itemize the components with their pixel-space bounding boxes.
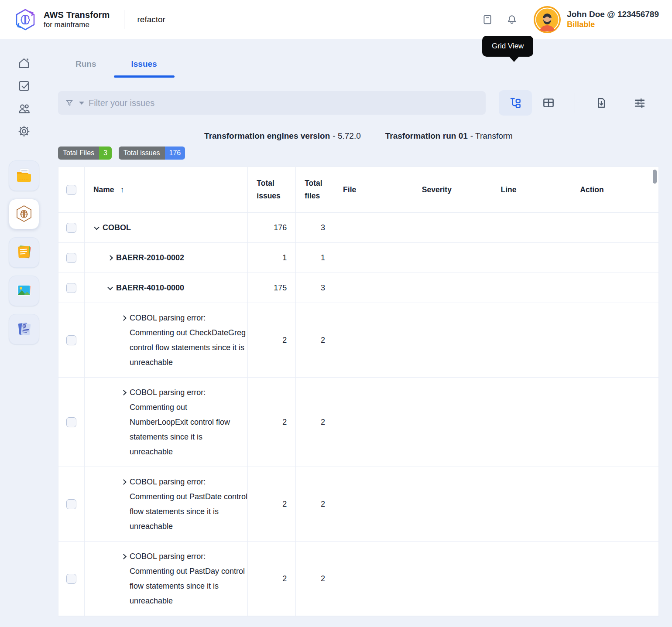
- top-header: AWS Transform for mainframe refactor: [0, 0, 672, 39]
- engines-version: Transformation engines version- 5.72.0: [204, 131, 361, 141]
- table-row: COBOL parsing error: Commenting out Past…: [58, 542, 658, 616]
- sidebar-app-documents-folder[interactable]: [9, 160, 39, 191]
- total-files-cell: 2: [296, 542, 334, 616]
- row-checkbox[interactable]: [66, 417, 76, 427]
- tree-view-icon: [509, 96, 522, 109]
- app-brand: AWS Transform for mainframe refactor: [13, 7, 165, 32]
- column-header-name[interactable]: Name ↑: [85, 167, 248, 212]
- column-header-line[interactable]: Line: [492, 167, 572, 212]
- notifications-bell-button[interactable]: [506, 14, 518, 26]
- product-name: refactor: [137, 15, 165, 24]
- collapse-chevron-icon[interactable]: [95, 220, 99, 235]
- total-issues-cell: 176: [248, 213, 296, 242]
- run-metadata: Transformation engines version- 5.72.0 T…: [58, 131, 659, 141]
- row-checkbox[interactable]: [66, 335, 76, 345]
- file-download-icon: [595, 97, 607, 109]
- expand-chevron-icon[interactable]: [108, 250, 112, 265]
- brand-subtitle: for mainframe: [44, 20, 110, 29]
- issues-table: Name ↑ Total issues Total files File Sev…: [58, 167, 659, 617]
- tooltip-label: Grid View: [492, 42, 524, 50]
- total-issues-cell: 2: [248, 542, 296, 616]
- collapse-chevron-icon[interactable]: [108, 280, 112, 295]
- total-files-label: Total Files: [58, 147, 99, 160]
- table-row: BAERR-4010-0000 175 3: [58, 273, 658, 303]
- total-issues-cell: 2: [248, 303, 296, 377]
- total-files-cell: 2: [296, 303, 334, 377]
- filter-issues-input[interactable]: Filter your issues: [58, 91, 486, 115]
- expand-chevron-icon[interactable]: [122, 549, 126, 564]
- total-issues-cell: 2: [248, 378, 296, 467]
- run-name-value: - Transform: [470, 131, 513, 140]
- select-all-checkbox[interactable]: [66, 185, 76, 195]
- toolbar-divider: [575, 93, 575, 112]
- total-issues-label: Total issues: [119, 147, 165, 160]
- sidebar-app-gallery[interactable]: [9, 276, 39, 306]
- sidebar-app-transform-brain[interactable]: [9, 199, 39, 229]
- row-checkbox[interactable]: [66, 223, 76, 233]
- user-avatar[interactable]: [534, 6, 561, 33]
- column-header-action[interactable]: Action: [571, 167, 658, 212]
- main-content: Runs Issues Grid View Filter your issues: [58, 39, 659, 617]
- column-header-severity[interactable]: Severity: [413, 167, 492, 212]
- sidebar-users-icon[interactable]: [17, 102, 31, 115]
- summary-badges: Total Files 3 Total issues 176: [58, 147, 659, 160]
- group-name[interactable]: COBOL: [103, 220, 131, 235]
- group-name[interactable]: BAERR-4010-0000: [116, 280, 184, 295]
- brand-title: AWS Transform: [44, 10, 110, 20]
- total-issues-cell: 2: [248, 467, 296, 541]
- run-name: Trasformation run 01- Transform: [385, 131, 513, 141]
- engines-version-label: Transformation engines version: [204, 131, 330, 140]
- aws-transform-logo-icon: [13, 7, 38, 32]
- total-files-cell: 2: [296, 378, 334, 467]
- billing-status: Billable: [567, 20, 659, 29]
- issue-name[interactable]: COBOL parsing error: Commenting out Past…: [130, 549, 247, 608]
- table-row: COBOL parsing error: Commenting out Numb…: [58, 378, 658, 467]
- total-files-value: 3: [99, 147, 112, 160]
- column-header-total-issues[interactable]: Total issues: [248, 167, 296, 212]
- table-row: COBOL 176 3: [58, 213, 658, 243]
- table-row: COBOL parsing error: Commenting out Chec…: [58, 303, 658, 378]
- table-view-button[interactable]: [532, 90, 565, 116]
- export-download-button[interactable]: [585, 90, 618, 116]
- column-header-total-files[interactable]: Total files: [296, 167, 334, 212]
- total-issues-cell: 175: [248, 273, 296, 303]
- total-files-cell: 1: [296, 243, 334, 273]
- sidebar-app-notes[interactable]: [9, 237, 39, 268]
- issue-name[interactable]: COBOL parsing error: Commenting out Chec…: [130, 310, 247, 370]
- sort-ascending-icon[interactable]: ↑: [120, 184, 124, 196]
- expand-chevron-icon[interactable]: [122, 385, 126, 400]
- filter-funnel-icon: [65, 99, 74, 107]
- group-name[interactable]: BAERR-2010-0002: [116, 250, 184, 265]
- row-checkbox[interactable]: [66, 574, 76, 584]
- tab-runs[interactable]: Runs: [58, 54, 114, 77]
- row-checkbox[interactable]: [66, 499, 76, 509]
- expand-chevron-icon[interactable]: [122, 310, 126, 325]
- issue-name[interactable]: COBOL parsing error: Commenting out Numb…: [130, 385, 247, 459]
- expand-chevron-icon[interactable]: [122, 474, 126, 489]
- documentation-button[interactable]: [481, 14, 494, 26]
- filter-dropdown-caret-icon[interactable]: [79, 102, 84, 105]
- settings-sliders-button[interactable]: [623, 90, 656, 116]
- left-sidebar: $: [0, 39, 48, 627]
- total-issues-cell: 1: [248, 243, 296, 273]
- row-checkbox[interactable]: [66, 283, 76, 293]
- sidebar-app-billing-invoice[interactable]: $: [9, 314, 39, 344]
- sidebar-settings-gear-icon[interactable]: [17, 125, 31, 138]
- table-scrollbar-thumb[interactable]: [653, 170, 657, 184]
- sidebar-tasks-icon[interactable]: [17, 79, 31, 92]
- total-files-cell: 3: [296, 213, 334, 242]
- total-files-cell: 2: [296, 467, 334, 541]
- tree-view-button[interactable]: [499, 90, 532, 116]
- sidebar-home-icon[interactable]: [17, 57, 31, 70]
- issues-toolbar: Grid View Filter your issues: [58, 90, 659, 116]
- sliders-icon: [633, 96, 646, 109]
- column-header-file[interactable]: File: [334, 167, 413, 212]
- user-account[interactable]: John Doe @ 123456789 Billable: [534, 6, 659, 33]
- tab-bar: Runs Issues: [58, 54, 659, 77]
- tab-issues[interactable]: Issues: [114, 54, 175, 77]
- engines-version-value: - 5.72.0: [333, 131, 360, 140]
- filter-placeholder: Filter your issues: [89, 98, 154, 108]
- grid-view-tooltip: Grid View: [482, 36, 533, 57]
- row-checkbox[interactable]: [66, 253, 76, 263]
- issue-name[interactable]: COBOL parsing error: Commenting out Past…: [130, 474, 247, 534]
